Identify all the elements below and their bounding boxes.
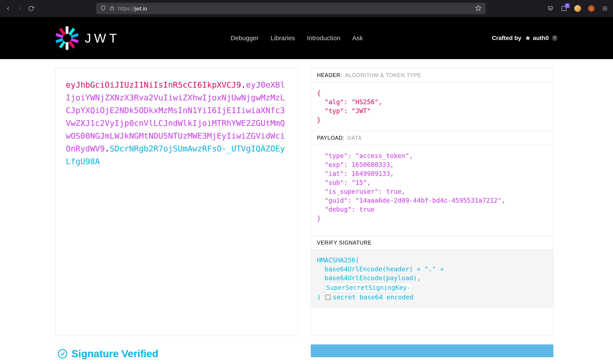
svg-rect-0	[110, 8, 114, 10]
reload-button[interactable]	[27, 5, 35, 12]
token-header-segment: eyJhbGciOiJIUzI1NiIsInR5cCI6IkpXVCJ9	[66, 80, 241, 90]
extension-badge: 7	[565, 3, 570, 8]
decoded-panel: HEADER: ALGORITHM & TOKEN TYPE { "alg": …	[311, 68, 553, 336]
nav-libraries[interactable]: Libraries	[271, 34, 295, 42]
site-header: JWT Debugger Libraries Introduction Ask …	[0, 17, 613, 59]
cookie-extension-icon[interactable]	[574, 5, 582, 12]
shield-icon	[100, 5, 106, 12]
decoded-header-json[interactable]: { "alg": "HS256", "typ": "JWT" }	[311, 82, 553, 131]
pocket-icon[interactable]	[546, 5, 554, 12]
url-bar[interactable]: https://jwt.io	[96, 3, 486, 14]
extensions-icon[interactable]: 7	[560, 5, 568, 12]
base64-checkbox-label[interactable]: secret base64 encoded	[333, 293, 413, 301]
nav-debugger[interactable]: Debugger	[231, 34, 259, 42]
verify-signature-body: HMACSHA256( base64UrlEncode(header) + ".…	[311, 250, 553, 308]
token-payload-segment: eyJ0eXBlIjoiYWNjZXNzX3Rva2VuIiwiZXhwIjox…	[66, 80, 285, 153]
encoded-token-text[interactable]: eyJhbGciOiJIUzI1NiIsInR5cCI6IkpXVCJ9.eyJ…	[66, 78, 287, 168]
decoded-payload-json[interactable]: "type": "access_token", "exp": 165068033…	[311, 145, 553, 236]
share-jwt-button[interactable]	[311, 344, 553, 357]
nav-ask[interactable]: Ask	[352, 34, 363, 42]
encoded-token-panel[interactable]: eyJhbGciOiJIUzI1NiIsInR5cCI6IkpXVCJ9.eyJ…	[55, 68, 298, 336]
check-circle-icon	[57, 349, 68, 359]
hamburger-menu-icon[interactable]	[601, 5, 609, 12]
url-text: https://jwt.io	[118, 5, 472, 12]
svg-rect-6	[66, 26, 68, 34]
profile-avatar-icon[interactable]	[587, 5, 595, 12]
svg-rect-7	[66, 42, 68, 50]
browser-right-icons: 7	[546, 5, 609, 12]
verify-section-title: VERIFY SIGNATURE	[311, 236, 553, 250]
crafted-by: Crafted by auth0 ?	[492, 34, 558, 42]
secret-input[interactable]: SuperSecretSigningKey-	[325, 283, 412, 293]
crafted-by-label: Crafted by	[492, 35, 521, 41]
nav-introduction[interactable]: Introduction	[307, 34, 340, 42]
svg-marker-1	[476, 6, 481, 11]
bookmark-star-icon[interactable]	[475, 5, 481, 12]
main-nav: Debugger Libraries Introduction Ask	[231, 34, 363, 42]
lock-icon	[109, 6, 114, 12]
browser-toolbar: https://jwt.io 7	[0, 0, 613, 17]
jwt-logo-text: JWT	[85, 31, 120, 46]
help-icon[interactable]: ?	[552, 35, 558, 41]
svg-point-16	[58, 350, 67, 358]
debugger-content: eyJhbGciOiJIUzI1NiIsInR5cCI6IkpXVCJ9.eyJ…	[0, 59, 613, 336]
jwt-logo[interactable]: JWT	[55, 26, 120, 50]
back-button[interactable]	[4, 5, 12, 12]
auth0-logo[interactable]: auth0	[524, 34, 549, 42]
signature-verified-status: Signature Verified	[55, 348, 298, 360]
payload-section-title: PAYLOAD: DATA	[311, 131, 553, 145]
header-section-title: HEADER: ALGORITHM & TOKEN TYPE	[311, 68, 553, 82]
base64-checkbox[interactable]	[326, 295, 330, 300]
jwt-logo-icon	[55, 26, 79, 50]
forward-button[interactable]	[16, 5, 23, 12]
